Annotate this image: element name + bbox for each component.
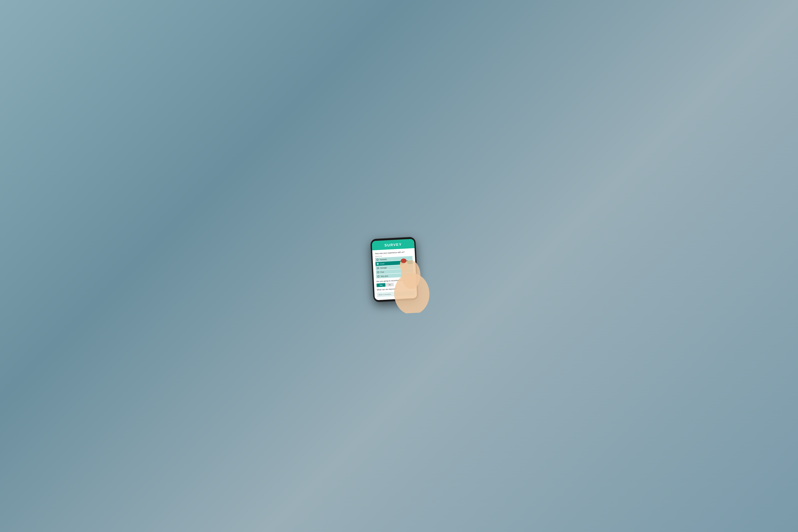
radio-circle-good bbox=[377, 263, 379, 265]
radio-label-average: Average bbox=[380, 267, 387, 269]
survey-title: SURVEY bbox=[384, 242, 402, 247]
question2-section: Are you going to recommend us? Yes No bbox=[376, 278, 414, 287]
phone-wrapper: SURVEY How was your experience with us? … bbox=[370, 237, 418, 302]
question3-section: What can we improve? bbox=[377, 287, 414, 297]
survey-body: How was your experience with us? Select … bbox=[372, 248, 417, 300]
radio-circle-poor bbox=[377, 271, 379, 273]
no-button[interactable]: No bbox=[385, 283, 394, 287]
phone-frame: SURVEY How was your experience with us? … bbox=[370, 237, 418, 302]
radio-label-very-poor: Very poor bbox=[380, 275, 388, 277]
radio-label-poor: Poor bbox=[380, 271, 384, 273]
question3-label: What can we improve? bbox=[377, 287, 414, 291]
radio-group: Fantastic Good Average bbox=[375, 256, 413, 278]
radio-circle-fantastic bbox=[377, 259, 379, 261]
phone-screen: SURVEY How was your experience with us? … bbox=[372, 239, 417, 300]
yes-button[interactable]: Yes bbox=[377, 283, 385, 287]
yes-no-buttons: Yes No bbox=[377, 282, 414, 287]
radio-label-good: Good bbox=[380, 263, 384, 265]
question1-section: How was your experience with us? Select … bbox=[375, 250, 413, 278]
comment-input[interactable] bbox=[377, 291, 414, 297]
radio-label-fantastic: Fantastic bbox=[380, 258, 387, 260]
radio-circle-average bbox=[377, 267, 379, 269]
radio-circle-very-poor bbox=[377, 275, 379, 278]
